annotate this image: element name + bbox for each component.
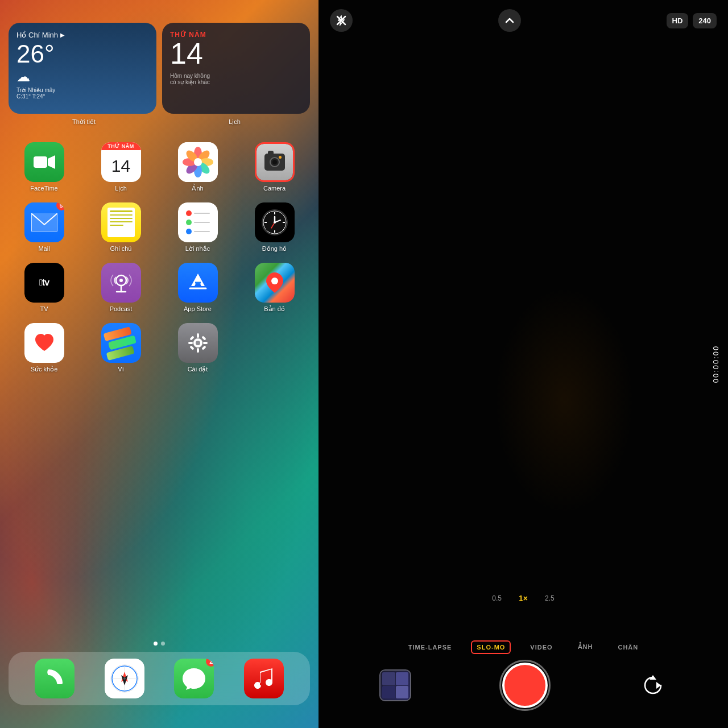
app-clock[interactable]: Đồng hồ <box>239 202 310 253</box>
dock-music[interactable] <box>244 659 284 698</box>
app-photos-label: Ảnh <box>192 185 203 192</box>
weather-condition: Trời Nhiều mây <box>16 87 148 93</box>
app-reminders-label: Lời nhắc <box>185 245 210 253</box>
app-camera[interactable]: Camera <box>239 142 310 192</box>
app-grid: FaceTime THỨ NĂM 14 Lịch <box>9 142 310 373</box>
app-clock-label: Đồng hồ <box>262 245 287 253</box>
weather-widget-label: Thời tiết <box>9 118 159 126</box>
app-settings-label: Cài đặt <box>188 366 208 373</box>
app-facetime[interactable]: FaceTime <box>9 142 80 192</box>
app-mail[interactable]: 5 Mail <box>9 202 80 253</box>
weather-widget[interactable]: Hồ Chí Minh ▶ 26° ☁ Trời Nhiều mây C:31°… <box>9 23 156 114</box>
camera-top-bar: HD 240 <box>318 0 728 41</box>
calendar-icon-day: THỨ NĂM <box>101 142 141 150</box>
calendar-widget[interactable]: THỨ NĂM 14 Hôm nay khôngcó sự kiện khác <box>162 23 310 114</box>
calendar-widget-label: Lịch <box>159 118 310 126</box>
zoom-25[interactable]: 2.5 <box>545 594 555 602</box>
svg-point-29 <box>119 279 123 282</box>
page-dot-1 <box>154 642 158 646</box>
photo-thumbnail[interactable] <box>379 669 411 701</box>
svg-marker-1 <box>48 155 55 169</box>
svg-point-49 <box>123 677 126 680</box>
app-mail-label: Mail <box>38 245 49 252</box>
shutter-button[interactable] <box>502 663 548 708</box>
calendar-event: Hôm nay khôngcó sự kiện khác <box>170 73 302 85</box>
app-calendar-label: Lịch <box>115 185 127 192</box>
camera-screen: HD 240 00:00:00 0.5 1× 2.5 TIME-LAPSE SL… <box>318 0 728 728</box>
app-settings[interactable]: Cài đặt <box>162 323 233 373</box>
dock-messages[interactable]: 2 <box>174 659 214 698</box>
camera-bottom-controls <box>318 660 728 711</box>
fps-label[interactable]: 240 <box>693 13 717 28</box>
calendar-date: 14 <box>170 39 302 68</box>
weather-city: Hồ Chí Minh <box>16 31 58 39</box>
widgets-row: Hồ Chí Minh ▶ 26° ☁ Trời Nhiều mây C:31°… <box>9 23 310 114</box>
zoom-1x[interactable]: 1× <box>519 594 528 603</box>
weather-temp: 26° <box>16 42 148 67</box>
svg-rect-40 <box>201 336 206 340</box>
page-dots <box>0 642 318 646</box>
app-reminders[interactable]: Lời nhắc <box>162 202 233 253</box>
recording-timer: 00:00:00 <box>712 345 720 383</box>
app-maps[interactable]: Bản đồ <box>239 263 310 313</box>
camera-mode-selector: TIME-LAPSE SLO-MO VIDEO ẢNH CHÂN <box>318 640 728 654</box>
svg-rect-37 <box>188 342 193 344</box>
svg-point-25 <box>274 221 276 224</box>
chevron-button[interactable] <box>498 9 521 32</box>
flash-button[interactable] <box>330 9 353 32</box>
shutter-outer-ring <box>499 660 551 711</box>
app-calendar[interactable]: THỨ NĂM 14 Lịch <box>85 142 156 192</box>
flip-camera-button[interactable] <box>639 671 667 700</box>
weather-icon: ☁ <box>16 69 148 85</box>
svg-point-34 <box>196 341 200 345</box>
svg-rect-39 <box>189 336 194 340</box>
dock-safari[interactable] <box>105 659 144 698</box>
dock-phone[interactable] <box>35 659 75 698</box>
camera-viewfinder <box>318 0 728 728</box>
weather-range: C:31° T:24° <box>16 93 148 100</box>
app-appstore-label: App Store <box>184 305 212 312</box>
svg-rect-38 <box>203 342 208 344</box>
app-camera-label: Camera <box>263 185 286 192</box>
dock: 2 <box>9 652 310 705</box>
app-health[interactable]: Sức khỏe <box>9 323 80 373</box>
svg-rect-41 <box>189 345 194 350</box>
app-facetime-label: FaceTime <box>30 185 58 192</box>
app-podcast-label: Podcast <box>110 305 133 312</box>
page-dot-2 <box>161 642 165 646</box>
app-notes-label: Ghi chú <box>110 245 132 252</box>
app-appstore[interactable]: App Store <box>162 263 233 313</box>
app-maps-label: Bản đồ <box>264 305 285 313</box>
app-photos[interactable]: Ảnh <box>162 142 233 192</box>
app-notes[interactable]: Ghi chú <box>85 202 156 253</box>
zoom-05[interactable]: 0.5 <box>492 594 502 602</box>
app-wallet-label: Ví <box>118 366 123 373</box>
app-appletv-label: TV <box>40 305 48 312</box>
hd-label[interactable]: HD <box>667 13 689 28</box>
zoom-controls: 0.5 1× 2.5 <box>318 594 728 603</box>
svg-rect-42 <box>201 345 206 350</box>
app-wallet[interactable]: Ví <box>85 323 156 373</box>
calendar-icon-date: 14 <box>101 150 141 182</box>
home-screen: Hồ Chí Minh ▶ 26° ☁ Trời Nhiều mây C:31°… <box>0 0 318 728</box>
app-podcast[interactable]: Podcast <box>85 263 156 313</box>
camera-quality-controls: HD 240 <box>667 13 717 28</box>
app-appletv[interactable]: tv TV <box>9 263 80 313</box>
mode-timelapse[interactable]: TIME-LAPSE <box>403 640 458 654</box>
messages-badge: 2 <box>206 659 214 667</box>
mode-photo[interactable]: ẢNH <box>572 640 599 654</box>
app-health-label: Sức khỏe <box>31 366 58 373</box>
mode-video[interactable]: VIDEO <box>524 640 558 654</box>
svg-rect-36 <box>197 348 199 353</box>
mode-slomo[interactable]: SLO-MO <box>471 640 511 654</box>
widget-labels: Thời tiết Lịch <box>9 118 310 126</box>
mode-portrait[interactable]: CHÂN <box>612 640 644 654</box>
svg-rect-35 <box>197 333 199 338</box>
svg-point-11 <box>194 158 202 166</box>
svg-rect-0 <box>34 156 47 168</box>
svg-point-32 <box>271 278 278 284</box>
